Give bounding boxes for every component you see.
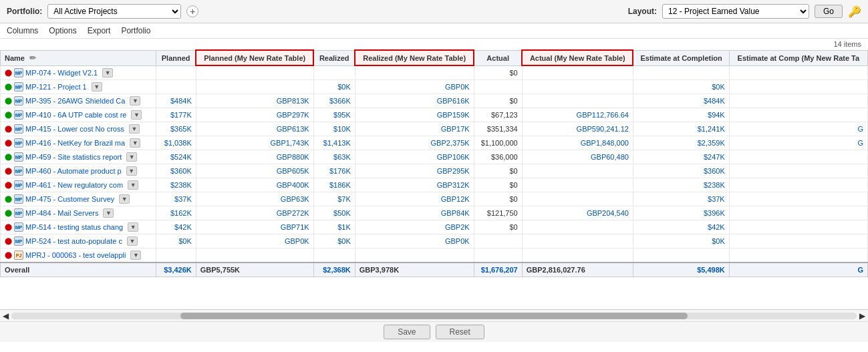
project-link[interactable]: MP-460 - Automate product p [25,167,122,175]
row-realized: $176K [313,164,355,178]
row-dropdown-arrow[interactable]: ▼ [129,124,140,134]
save-button[interactable]: Save [384,325,430,339]
project-link[interactable]: MPRJ - 000063 - test ovelappli [25,251,126,259]
row-actual-mnrt [522,65,633,79]
table-row: ⬤ MP MP-461 - New regulatory com ▼ $238K… [1,178,868,192]
project-link[interactable]: MP-415 - Lower cost No cross [25,125,124,133]
portfolio-select[interactable]: All Active Projects [47,4,181,19]
row-planned: $37K [156,192,196,206]
row-eac-mnrt [729,248,867,262]
project-link[interactable]: MP-524 - test auto-populate c [25,237,122,245]
project-link[interactable]: MP-416 - NetKey for Brazil ma [25,139,125,147]
pencil-icon[interactable]: ✏ [29,53,36,63]
add-portfolio-button[interactable]: + [186,5,198,17]
row-name-cell: ⬤ MP MP-416 - NetKey for Brazil ma ▼ [1,136,156,150]
row-planned [156,65,196,79]
row-dropdown-arrow[interactable]: ▼ [92,82,102,92]
scroll-left-arrow[interactable]: ◀ [3,311,9,321]
row-eac: $247K [633,150,729,164]
toolbar-options[interactable]: Options [49,26,76,35]
row-eac: $1,241K [633,122,729,136]
row-eac-mnrt: G [729,122,867,136]
table-row: ⬤ MP MP-514 - testing status chang ▼ $42… [1,220,868,234]
toolbar-export[interactable]: Export [88,26,111,35]
row-realized-mnrt [355,65,474,79]
row-realized: $7K [313,192,355,206]
row-eac: $484K [633,94,729,108]
project-type-icon: MP [14,152,23,162]
toolbar-columns[interactable]: Columns [7,26,38,35]
table-row: ⬤ MP MP-475 - Customer Survey ▼ $37K GBP… [1,192,868,206]
row-actual-mnrt: GBP590,241.12 [522,122,633,136]
project-link[interactable]: MP-459 - Site statistics report [25,153,122,161]
project-link[interactable]: MP-461 - New regulatory com [25,181,123,189]
row-dropdown-arrow[interactable]: ▼ [130,250,141,260]
row-actual-mnrt [522,234,633,248]
row-dropdown-arrow[interactable]: ▼ [128,222,138,232]
project-link[interactable]: MP-514 - testing status chang [25,223,123,231]
row-eac-mnrt [729,79,867,94]
row-realized-mnrt: GBP2K [355,220,474,234]
row-name-cell: ⬤ MP MP-460 - Automate product p ▼ [1,164,156,178]
project-link[interactable]: MP-484 - Mail Servers [25,209,98,217]
go-button[interactable]: Go [815,5,843,18]
key-icon[interactable]: 🔑 [848,5,861,18]
row-icon-group: ⬤ MP MP-416 - NetKey for Brazil ma ▼ [5,138,140,148]
status-dot: ⬤ [5,83,12,90]
row-icon-group: ⬤ MP MP-074 - Widget V2.1 ▼ [5,68,113,77]
row-dropdown-arrow[interactable]: ▼ [126,152,137,162]
row-planned: $42K [156,220,196,234]
row-icon-group: ⬤ PJ MPRJ - 000063 - test ovelappli ▼ [5,250,141,260]
row-dropdown-arrow[interactable]: ▼ [127,236,138,246]
row-eac-mnrt [729,108,867,122]
row-realized: $10K [313,122,355,136]
row-eac-mnrt [729,65,867,79]
layout-select[interactable]: 12 - Project Earned Value [662,4,809,19]
toolbar: Columns Options Export Portfolio [0,23,868,39]
row-planned-mnrt: GBP297K [196,108,313,122]
row-actual-mnrt: GBP60,480 [522,150,633,164]
row-dropdown-arrow[interactable]: ▼ [130,96,140,106]
row-eac-mnrt [729,150,867,164]
row-name-cell: ⬤ MP MP-514 - testing status chang ▼ [1,220,156,234]
row-eac: $360K [633,164,729,178]
project-link[interactable]: MP-475 - Customer Survey [25,195,114,203]
row-dropdown-arrow[interactable]: ▼ [102,68,113,77]
row-planned: $484K [156,94,196,108]
status-dot: ⬤ [5,209,12,216]
project-link[interactable]: MP-395 - 26AWG Shielded Ca [25,97,125,105]
scrollbar-thumb[interactable] [180,313,688,319]
row-dropdown-arrow[interactable]: ▼ [131,110,142,120]
status-dot: ⬤ [5,167,12,174]
row-dropdown-arrow[interactable]: ▼ [103,208,114,218]
table-wrapper[interactable]: Name ✏ Planned Planned (My New Rate Tabl… [0,49,868,309]
row-dropdown-arrow[interactable]: ▼ [128,180,138,190]
row-planned-mnrt: GBP1,743K [196,136,313,150]
row-dropdown-arrow[interactable]: ▼ [130,138,140,148]
row-actual: $67,123 [474,108,522,122]
project-type-icon: MP [14,96,23,106]
toolbar-portfolio[interactable]: Portfolio [121,26,150,35]
row-eac [633,248,729,262]
row-planned: $238K [156,178,196,192]
row-icon-group: ⬤ MP MP-395 - 26AWG Shielded Ca ▼ [5,96,140,106]
table-row: ⬤ MP MP-459 - Site statistics report ▼ $… [1,150,868,164]
row-planned-mnrt [196,79,313,94]
footer-row: Overall $3,426K GBP5,755K $2,368K GBP3,9… [1,262,868,277]
project-link[interactable]: MP-410 - 6A UTP cable cost re [25,111,126,119]
project-link[interactable]: MP-121 - Project 1 [25,83,87,91]
row-actual-mnrt [522,192,633,206]
scroll-right-arrow[interactable]: ▶ [859,311,865,321]
scrollbar-track[interactable] [11,313,857,319]
reset-button[interactable]: Reset [436,325,484,339]
project-link[interactable]: MP-074 - Widget V2.1 [25,69,98,77]
row-dropdown-arrow[interactable]: ▼ [119,194,130,204]
row-actual-mnrt [522,94,633,108]
action-bar: Save Reset [0,321,868,342]
row-realized-mnrt: GBP0K [355,79,474,94]
top-bar-right: Layout: 12 - Project Earned Value Go 🔑 [628,4,861,19]
row-name-cell: ⬤ MP MP-410 - 6A UTP cable cost re ▼ [1,108,156,122]
row-actual-mnrt [522,248,633,262]
row-dropdown-arrow[interactable]: ▼ [126,166,137,176]
bottom-scrollbar[interactable]: ◀ ▶ [0,309,868,321]
